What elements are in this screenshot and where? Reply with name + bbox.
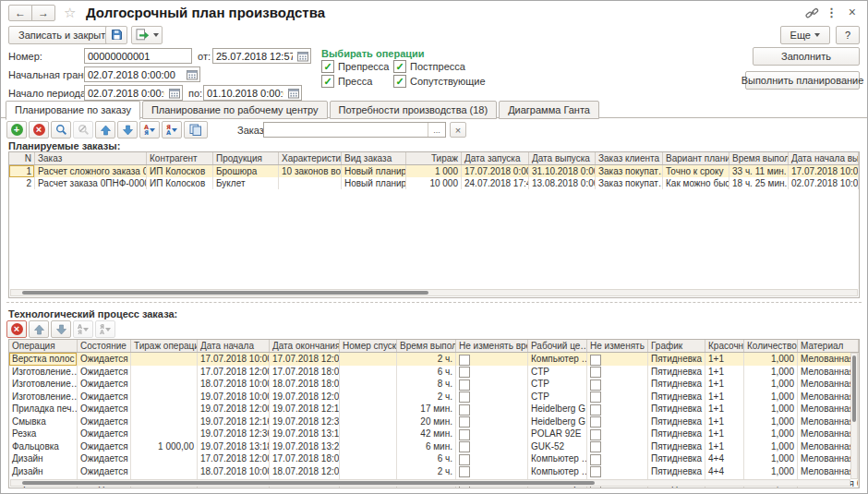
tab-planning-by-order[interactable]: Планирование по заказу bbox=[6, 101, 140, 120]
table-cell[interactable]: 20 мин. bbox=[397, 416, 456, 428]
table-cell[interactable]: 17.07.2018 0:00:00 bbox=[462, 165, 529, 177]
table-cell[interactable]: 4+4 bbox=[705, 465, 744, 478]
table-cell[interactable] bbox=[340, 428, 397, 440]
row-checkbox[interactable] bbox=[459, 429, 470, 440]
table-cell[interactable]: Пятидневка bbox=[648, 452, 705, 465]
table-cell[interactable]: Смывка bbox=[9, 416, 78, 428]
table-cell[interactable] bbox=[131, 465, 198, 478]
column-header[interactable]: Дата окончания bbox=[270, 340, 340, 352]
table-cell[interactable] bbox=[340, 353, 397, 366]
table-cell[interactable]: Ожидается bbox=[78, 416, 131, 428]
row-checkbox[interactable] bbox=[459, 392, 470, 403]
row-checkbox[interactable] bbox=[459, 355, 470, 366]
table-cell[interactable] bbox=[456, 391, 528, 404]
table-cell[interactable]: 1,000 bbox=[744, 403, 798, 416]
table-cell[interactable]: 1,000 bbox=[744, 391, 798, 404]
table-cell[interactable]: Пятидневка bbox=[648, 366, 705, 379]
column-header[interactable]: Количество bbox=[744, 340, 798, 352]
process-hscrollbar[interactable] bbox=[10, 479, 850, 487]
table-row[interactable]: Приладка печ…Ожидается19.07.2018 12:00:0… bbox=[9, 403, 859, 416]
column-header[interactable]: Продукция bbox=[213, 152, 279, 164]
table-cell[interactable] bbox=[131, 391, 198, 404]
table-cell[interactable] bbox=[131, 366, 198, 379]
table-cell[interactable] bbox=[131, 378, 198, 391]
process-move-up-button[interactable] bbox=[29, 320, 49, 338]
sort-desc-button[interactable]: ЯА bbox=[162, 121, 182, 139]
table-cell[interactable]: 1,000 bbox=[744, 378, 798, 391]
table-cell[interactable]: Буклет bbox=[213, 177, 279, 189]
favorite-star-icon[interactable]: ☆ bbox=[64, 5, 76, 21]
table-cell[interactable]: 19.07.2018 12:16:40 bbox=[270, 403, 340, 416]
table-cell[interactable]: Резка bbox=[9, 428, 78, 440]
table-cell[interactable] bbox=[456, 416, 528, 428]
table-cell[interactable]: Ожидается bbox=[78, 378, 131, 391]
more-button[interactable]: Еще bbox=[780, 26, 830, 44]
table-cell[interactable] bbox=[279, 177, 342, 189]
table-row[interactable]: 1Расчет сложного заказа 0…ИП КолосковБро… bbox=[9, 165, 859, 177]
run-planning-button[interactable]: Выполнить планирование bbox=[745, 71, 860, 90]
boundary-date-input[interactable] bbox=[85, 69, 185, 80]
table-cell[interactable]: 19.07.2018 12:36:40 bbox=[198, 428, 270, 440]
table-cell[interactable] bbox=[587, 353, 648, 366]
table-cell[interactable] bbox=[456, 403, 528, 416]
table-cell[interactable]: Расчет сложного заказа 0… bbox=[35, 165, 147, 177]
add-button[interactable]: + bbox=[6, 121, 27, 139]
table-cell[interactable] bbox=[340, 452, 397, 465]
table-cell[interactable]: 17.07.2018 12:00:00 bbox=[198, 452, 270, 465]
column-header[interactable]: N bbox=[9, 152, 35, 164]
table-row[interactable]: РезкаОжидается19.07.2018 12:36:4019.07.2… bbox=[9, 428, 859, 440]
table-cell[interactable]: 2 ч. bbox=[397, 391, 456, 404]
table-cell[interactable]: 17.07.2018 10:00… bbox=[789, 165, 859, 177]
table-cell[interactable]: Как можно быст… bbox=[663, 177, 729, 189]
column-header[interactable]: Не изменять РЦ bbox=[587, 340, 648, 352]
table-cell[interactable]: Heidelberg G… bbox=[528, 416, 587, 428]
table-cell[interactable] bbox=[340, 403, 397, 416]
save-button[interactable] bbox=[105, 26, 127, 44]
table-cell[interactable] bbox=[131, 416, 198, 428]
table-cell[interactable] bbox=[587, 452, 648, 465]
process-sort-asc-button[interactable]: АЯ bbox=[73, 320, 93, 338]
table-cell[interactable]: 2 bbox=[9, 177, 35, 189]
table-cell[interactable]: Ожидается bbox=[78, 452, 131, 465]
table-cell[interactable] bbox=[587, 416, 648, 428]
column-header[interactable]: Тираж bbox=[406, 152, 462, 164]
find-button[interactable] bbox=[51, 121, 71, 139]
table-cell[interactable] bbox=[131, 403, 198, 416]
clear-search-button[interactable]: × bbox=[450, 122, 466, 138]
table-cell[interactable]: Дизайн bbox=[9, 465, 78, 478]
process-delete-button[interactable]: × bbox=[6, 320, 27, 338]
row-checkbox[interactable] bbox=[590, 466, 601, 477]
table-cell[interactable] bbox=[587, 391, 648, 404]
column-header[interactable]: Рабочий це… bbox=[528, 340, 587, 352]
table-cell[interactable]: 6 ч. bbox=[397, 452, 456, 465]
table-cell[interactable]: 2 ч. bbox=[397, 465, 456, 478]
cancel-find-button[interactable] bbox=[73, 121, 93, 139]
table-cell[interactable]: 18.07.2018 18:00:00 bbox=[270, 378, 340, 391]
table-cell[interactable]: 18 ч. 25 мин. bbox=[729, 177, 789, 189]
table-cell[interactable]: Заказ покупат… bbox=[596, 177, 663, 189]
table-cell[interactable]: 42 мин. bbox=[397, 428, 456, 440]
table-cell[interactable]: Ожидается bbox=[78, 366, 131, 379]
column-header[interactable]: Состояние bbox=[78, 340, 131, 352]
table-row[interactable]: Изготовление…Ожидается18.07.2018 10:00:0… bbox=[9, 378, 859, 391]
table-cell[interactable]: Фальцовка bbox=[9, 440, 78, 453]
row-checkbox[interactable] bbox=[590, 429, 601, 440]
table-cell[interactable]: 19.07.2018 12:00:00 bbox=[270, 391, 340, 404]
table-cell[interactable]: 1,000 bbox=[744, 353, 798, 366]
table-cell[interactable]: Пятидневка bbox=[648, 378, 705, 391]
back-button[interactable]: ← bbox=[8, 5, 32, 21]
table-cell[interactable]: Верстка полос bbox=[9, 353, 78, 366]
row-checkbox[interactable] bbox=[590, 380, 601, 391]
orders-hscrollbar[interactable] bbox=[10, 289, 858, 296]
table-cell[interactable] bbox=[131, 353, 198, 366]
table-cell[interactable]: Приладка печ… bbox=[9, 403, 78, 416]
table-cell[interactable]: 1 000,00 bbox=[131, 440, 198, 453]
checkbox-press[interactable]: ✓ Пресса bbox=[321, 75, 372, 88]
table-cell[interactable] bbox=[456, 428, 528, 440]
orders-hscroll-thumb[interactable] bbox=[22, 291, 428, 295]
table-cell[interactable] bbox=[587, 403, 648, 416]
table-cell[interactable]: Ожидается bbox=[78, 428, 131, 440]
table-row[interactable]: ДизайнОжидается18.07.2018 10:00:0018.07.… bbox=[9, 465, 859, 478]
table-cell[interactable]: 19.07.2018 12:00:00 bbox=[198, 403, 270, 416]
table-cell[interactable]: Пятидневка bbox=[648, 403, 705, 416]
